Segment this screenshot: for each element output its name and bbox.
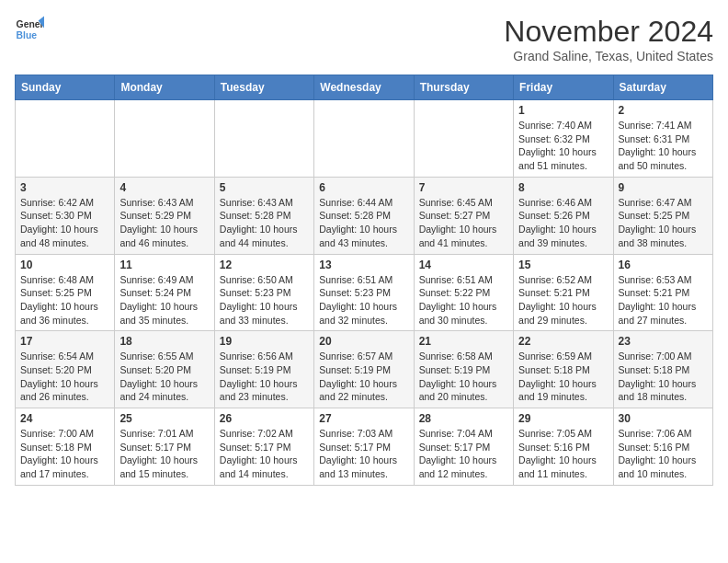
calendar-cell: 12Sunrise: 6:50 AMSunset: 5:23 PMDayligh… [214, 254, 313, 331]
day-number: 24 [20, 412, 109, 425]
calendar-table: SundayMondayTuesdayWednesdayThursdayFrid… [15, 75, 713, 486]
day-info: Sunrise: 7:04 AMSunset: 5:17 PMDaylight:… [419, 427, 508, 481]
calendar-cell: 28Sunrise: 7:04 AMSunset: 5:17 PMDayligh… [414, 408, 513, 486]
day-number: 5 [220, 181, 309, 194]
day-number: 18 [119, 335, 209, 348]
day-info: Sunrise: 7:41 AMSunset: 6:31 PMDaylight:… [619, 119, 708, 173]
day-info: Sunrise: 7:02 AMSunset: 5:17 PMDaylight:… [220, 427, 309, 481]
calendar-cell: 30Sunrise: 7:06 AMSunset: 5:16 PMDayligh… [613, 408, 712, 486]
day-number: 21 [419, 335, 508, 348]
day-info: Sunrise: 6:57 AMSunset: 5:19 PMDaylight:… [319, 350, 408, 404]
calendar-week-row: 17Sunrise: 6:54 AMSunset: 5:20 PMDayligh… [16, 331, 713, 408]
day-number: 26 [220, 412, 309, 425]
day-info: Sunrise: 6:55 AMSunset: 5:20 PMDaylight:… [119, 350, 209, 404]
calendar-cell: 29Sunrise: 7:05 AMSunset: 5:16 PMDayligh… [514, 408, 613, 486]
day-number: 23 [619, 335, 708, 348]
calendar-cell: 16Sunrise: 6:53 AMSunset: 5:21 PMDayligh… [613, 254, 712, 331]
day-number: 9 [619, 181, 708, 194]
calendar-cell [115, 100, 214, 178]
day-info: Sunrise: 7:00 AMSunset: 5:18 PMDaylight:… [619, 350, 708, 404]
day-number: 6 [319, 181, 408, 194]
svg-text:Blue: Blue [17, 30, 38, 40]
day-info: Sunrise: 7:05 AMSunset: 5:16 PMDaylight:… [518, 427, 608, 481]
calendar-cell: 6Sunrise: 6:44 AMSunset: 5:28 PMDaylight… [314, 177, 414, 254]
logo: General Blue [15, 15, 44, 44]
calendar-cell: 27Sunrise: 7:03 AMSunset: 5:17 PMDayligh… [314, 408, 414, 486]
day-info: Sunrise: 6:52 AMSunset: 5:21 PMDaylight:… [518, 273, 608, 327]
day-number: 2 [619, 104, 708, 117]
calendar-cell: 24Sunrise: 7:00 AMSunset: 5:18 PMDayligh… [16, 408, 115, 486]
day-number: 1 [518, 104, 608, 117]
day-number: 25 [119, 412, 209, 425]
day-info: Sunrise: 6:42 AMSunset: 5:30 PMDaylight:… [20, 196, 109, 250]
day-info: Sunrise: 7:40 AMSunset: 6:32 PMDaylight:… [518, 119, 608, 173]
day-number: 11 [119, 259, 209, 271]
day-number: 7 [419, 181, 508, 194]
day-info: Sunrise: 6:59 AMSunset: 5:18 PMDaylight:… [518, 350, 608, 404]
month-title: November 2024 [504, 15, 713, 49]
calendar-cell [16, 100, 115, 178]
calendar-cell: 7Sunrise: 6:45 AMSunset: 5:27 PMDaylight… [414, 177, 513, 254]
calendar-cell: 21Sunrise: 6:58 AMSunset: 5:19 PMDayligh… [414, 331, 513, 408]
calendar-cell: 9Sunrise: 6:47 AMSunset: 5:25 PMDaylight… [613, 177, 712, 254]
calendar-cell: 1Sunrise: 7:40 AMSunset: 6:32 PMDaylight… [514, 100, 613, 178]
weekday-header: Thursday [414, 75, 513, 100]
calendar-cell: 4Sunrise: 6:43 AMSunset: 5:29 PMDaylight… [115, 177, 214, 254]
day-number: 30 [619, 412, 708, 425]
day-info: Sunrise: 7:01 AMSunset: 5:17 PMDaylight:… [119, 427, 209, 481]
calendar-cell: 10Sunrise: 6:48 AMSunset: 5:25 PMDayligh… [16, 254, 115, 331]
day-info: Sunrise: 6:49 AMSunset: 5:24 PMDaylight:… [119, 273, 209, 327]
calendar-cell: 2Sunrise: 7:41 AMSunset: 6:31 PMDaylight… [613, 100, 712, 178]
day-info: Sunrise: 6:48 AMSunset: 5:25 PMDaylight:… [20, 273, 109, 327]
calendar-cell: 8Sunrise: 6:46 AMSunset: 5:26 PMDaylight… [514, 177, 613, 254]
calendar-cell: 20Sunrise: 6:57 AMSunset: 5:19 PMDayligh… [314, 331, 414, 408]
day-info: Sunrise: 6:44 AMSunset: 5:28 PMDaylight:… [319, 196, 408, 250]
day-number: 4 [119, 181, 209, 194]
day-info: Sunrise: 6:51 AMSunset: 5:22 PMDaylight:… [419, 273, 508, 327]
calendar-cell [314, 100, 414, 178]
day-number: 3 [20, 181, 109, 194]
day-info: Sunrise: 6:51 AMSunset: 5:23 PMDaylight:… [319, 273, 408, 327]
calendar-week-row: 3Sunrise: 6:42 AMSunset: 5:30 PMDaylight… [16, 177, 713, 254]
calendar-cell: 19Sunrise: 6:56 AMSunset: 5:19 PMDayligh… [214, 331, 313, 408]
calendar-cell [414, 100, 513, 178]
calendar-cell: 3Sunrise: 6:42 AMSunset: 5:30 PMDaylight… [16, 177, 115, 254]
day-info: Sunrise: 6:47 AMSunset: 5:25 PMDaylight:… [619, 196, 708, 250]
calendar-cell: 25Sunrise: 7:01 AMSunset: 5:17 PMDayligh… [115, 408, 214, 486]
calendar-cell [214, 100, 313, 178]
day-info: Sunrise: 7:06 AMSunset: 5:16 PMDaylight:… [619, 427, 708, 481]
day-number: 20 [319, 335, 408, 348]
logo-icon: General Blue [15, 15, 44, 44]
calendar-week-row: 1Sunrise: 7:40 AMSunset: 6:32 PMDaylight… [16, 100, 713, 178]
calendar-cell: 15Sunrise: 6:52 AMSunset: 5:21 PMDayligh… [514, 254, 613, 331]
day-info: Sunrise: 6:54 AMSunset: 5:20 PMDaylight:… [20, 350, 109, 404]
day-number: 15 [518, 259, 608, 271]
calendar-week-row: 24Sunrise: 7:00 AMSunset: 5:18 PMDayligh… [16, 408, 713, 486]
calendar-cell: 5Sunrise: 6:43 AMSunset: 5:28 PMDaylight… [214, 177, 313, 254]
day-number: 13 [319, 259, 408, 271]
calendar-cell: 18Sunrise: 6:55 AMSunset: 5:20 PMDayligh… [115, 331, 214, 408]
weekday-header: Friday [514, 75, 613, 100]
calendar-cell: 26Sunrise: 7:02 AMSunset: 5:17 PMDayligh… [214, 408, 313, 486]
calendar-cell: 22Sunrise: 6:59 AMSunset: 5:18 PMDayligh… [514, 331, 613, 408]
calendar-cell: 13Sunrise: 6:51 AMSunset: 5:23 PMDayligh… [314, 254, 414, 331]
day-number: 29 [518, 412, 608, 425]
day-number: 17 [20, 335, 109, 348]
day-info: Sunrise: 6:43 AMSunset: 5:29 PMDaylight:… [119, 196, 209, 250]
page-header: General Blue November 2024 Grand Saline,… [15, 15, 713, 63]
day-info: Sunrise: 6:46 AMSunset: 5:26 PMDaylight:… [518, 196, 608, 250]
calendar-cell: 23Sunrise: 7:00 AMSunset: 5:18 PMDayligh… [613, 331, 712, 408]
calendar-cell: 14Sunrise: 6:51 AMSunset: 5:22 PMDayligh… [414, 254, 513, 331]
day-info: Sunrise: 6:56 AMSunset: 5:19 PMDaylight:… [220, 350, 309, 404]
day-info: Sunrise: 6:45 AMSunset: 5:27 PMDaylight:… [419, 196, 508, 250]
calendar-cell: 17Sunrise: 6:54 AMSunset: 5:20 PMDayligh… [16, 331, 115, 408]
day-number: 14 [419, 259, 508, 271]
day-number: 12 [220, 259, 309, 271]
day-number: 28 [419, 412, 508, 425]
weekday-header: Monday [115, 75, 214, 100]
day-number: 10 [20, 259, 109, 271]
day-number: 16 [619, 259, 708, 271]
day-info: Sunrise: 6:58 AMSunset: 5:19 PMDaylight:… [419, 350, 508, 404]
day-number: 8 [518, 181, 608, 194]
day-number: 19 [220, 335, 309, 348]
